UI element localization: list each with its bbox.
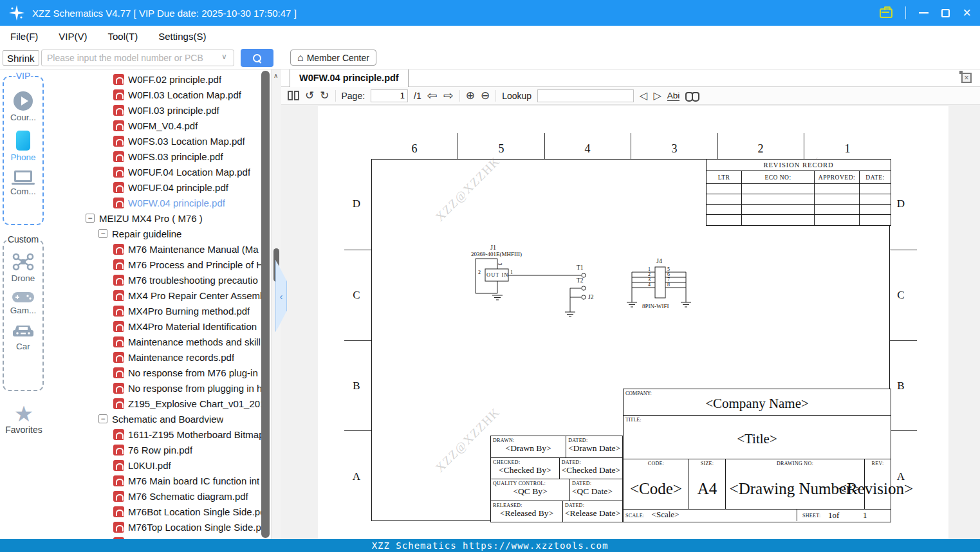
close-button[interactable]: × [963, 6, 971, 19]
tree-file[interactable]: M76 Maintenance Manual (Ma [48, 241, 261, 257]
sidebar-item-drone[interactable]: Drone [12, 252, 35, 283]
menu-tool[interactable]: Tool(T) [108, 31, 138, 42]
zone-tick [344, 430, 371, 431]
rotate-right-icon[interactable]: ↻ [320, 89, 329, 102]
pdf-icon [113, 491, 124, 502]
tree-file[interactable]: W0FS.03 principle.pdf [48, 149, 261, 164]
find-next-icon[interactable]: ▷ [653, 89, 661, 102]
title-block: COMPANY: <Company Name> TITLE: <Title> C… [623, 389, 891, 522]
minimize-button[interactable] [919, 12, 929, 14]
sidebar-item-car[interactable]: Car [12, 323, 35, 351]
sidebar-item-computer[interactable]: Com... [10, 170, 36, 196]
close-tab-icon[interactable]: × [961, 73, 972, 83]
search-button[interactable] [241, 49, 273, 67]
scroll-up-icon[interactable]: ∧ [273, 72, 278, 79]
sidebar-item-favorites[interactable]: ★ Favorites [0, 403, 48, 435]
previous-page-icon[interactable]: ⇦ [427, 89, 438, 102]
tree-file[interactable]: M76 Main board IC function int [48, 473, 261, 488]
status-text: XZZ Schematics https://www.xzztools.com [372, 540, 609, 551]
rev-label: REV: [865, 461, 891, 466]
sidebar-item-phone[interactable]: Phone [10, 131, 35, 162]
j4-pin: 8 [667, 282, 670, 288]
pdf-icon [113, 167, 124, 178]
pdf-icon [113, 290, 124, 301]
tree-file[interactable]: Maintenance methods and skill [48, 334, 261, 349]
menu-file[interactable]: File(F) [10, 31, 38, 42]
sidebar-item-game[interactable]: Gam... [10, 291, 37, 315]
pdf-icon [113, 74, 124, 85]
tree-file[interactable]: Maintenance records.pdf [48, 349, 261, 365]
pdf-viewer[interactable]: 6 5 4 3 2 1 D C B A D C B A XZZ@XZZHK XZ… [281, 105, 980, 539]
sheet-label: SHEET: [802, 513, 821, 519]
tree-node[interactable]: −Repair guideline [48, 226, 261, 241]
zoom-out-icon[interactable]: ⊖ [481, 89, 490, 102]
zone-number: 6 [407, 142, 421, 156]
tree-file[interactable]: No response from M76 plug-in [48, 365, 261, 380]
tree-file[interactable]: W0FM_V0.4.pdf [48, 118, 261, 133]
sidebar-item-course[interactable]: Cour... [10, 91, 36, 122]
revision-header: DATE: [860, 171, 891, 184]
tree-file[interactable]: M76 Schematic diagram.pdf [48, 488, 261, 504]
tree-file[interactable] [48, 535, 261, 539]
pdf-toolbar: ↺ ↻ Page: /1 ⇦ ⇨ ⊕ ⊖ Lookup ◁ ▷ Abi [281, 87, 980, 105]
page-number-input[interactable] [371, 89, 408, 102]
tree-file[interactable]: L0KUI.pdf [48, 457, 261, 473]
phone-icon [16, 131, 30, 151]
tree-scrollbar[interactable] [261, 71, 270, 538]
tree-file[interactable]: M76 Process and Principle of H [48, 257, 261, 272]
collapse-icon[interactable]: − [86, 214, 95, 223]
match-case-button[interactable]: Abi [667, 91, 680, 101]
tree-file[interactable]: 76 Row pin.pdf [48, 442, 261, 457]
collapse-icon[interactable]: − [98, 414, 107, 423]
briefcase-icon[interactable] [880, 8, 892, 18]
tree-file[interactable]: M76Bot Location Single Side.pd [48, 504, 261, 519]
custom-group: Custom Drone Gam... [3, 239, 44, 391]
tree-file[interactable]: W0FW.04 principle.pdf [48, 195, 261, 210]
zone-tick [890, 340, 917, 341]
rotate-left-icon[interactable]: ↺ [305, 89, 314, 102]
tree-file[interactable]: MX4 Pro Repair Center Assembl [48, 288, 261, 303]
chevron-down-icon[interactable]: ∨ [221, 52, 227, 61]
lookup-input[interactable] [537, 89, 634, 102]
tree-file[interactable]: 1611-Z195 Motherboard Bitmap [48, 427, 261, 442]
tree-file[interactable]: M76 troubleshooting precautio [48, 272, 261, 288]
maximize-button[interactable] [941, 9, 950, 17]
j1-pin-2: 2 [478, 270, 481, 275]
tree-node[interactable]: −Schematic and Boardview [48, 411, 261, 427]
pdf-icon [113, 259, 124, 270]
size-value: A4 [689, 480, 725, 498]
tree-file[interactable]: W0FI.03 Location Map.pdf [48, 87, 261, 102]
find-previous-icon[interactable]: ◁ [640, 89, 647, 102]
tree-file[interactable]: MX4Pro Burning method.pdf [48, 303, 261, 318]
collapse-icon[interactable]: − [98, 229, 107, 238]
pdf-icon [113, 445, 124, 455]
zoom-in-icon[interactable]: ⊕ [466, 89, 475, 102]
j4-label: 8PIN-WIFI [642, 303, 669, 309]
vip-group-label: -VIP- [12, 71, 35, 81]
shrink-button[interactable]: Shrink [3, 50, 39, 66]
tree-file[interactable]: MX4Pro Material Identification [48, 318, 261, 334]
menu-settings[interactable]: Settings(S) [158, 31, 206, 42]
tree-file[interactable]: Z195_Explosive Chart_v01_2016( [48, 396, 261, 411]
two-page-view-icon[interactable] [288, 91, 299, 100]
tree-file[interactable]: W0FUF.04 Location Map.pdf [48, 164, 261, 179]
menu-vip[interactable]: VIP(V) [59, 31, 87, 42]
member-center-button[interactable]: ⌂ Member Center [290, 50, 376, 66]
search-input[interactable] [41, 50, 234, 66]
tree-file[interactable]: No response from plugging in h [48, 380, 261, 396]
collapse-left-icon: ‹ [280, 291, 283, 302]
document-tab[interactable]: W0FW.04 principle.pdf [290, 69, 409, 87]
j1-partnumber: 20369-401E(MHFIII) [471, 251, 522, 257]
scale-value: <Scale> [652, 510, 680, 519]
toolbar-divider [335, 90, 336, 102]
zone-letter: A [351, 470, 362, 483]
tree-file[interactable]: W0FUF.04 principle.pdf [48, 179, 261, 195]
tree-node[interactable]: −MEIZU MX4 Pro ( M76 ) [48, 210, 261, 226]
tree-file[interactable]: W0FF.02 principle.pdf [48, 71, 261, 87]
document-panel: W0FW.04 principle.pdf × ↺ ↻ Page: /1 ⇦ ⇨… [281, 69, 980, 539]
next-page-icon[interactable]: ⇨ [443, 89, 454, 102]
binoculars-icon[interactable] [685, 91, 699, 100]
tree-file[interactable]: M76Top Location Single Side.pd [48, 519, 261, 535]
tree-file[interactable]: W0FS.03 Location Map.pdf [48, 133, 261, 149]
tree-file[interactable]: W0FI.03 principle.pdf [48, 102, 261, 118]
